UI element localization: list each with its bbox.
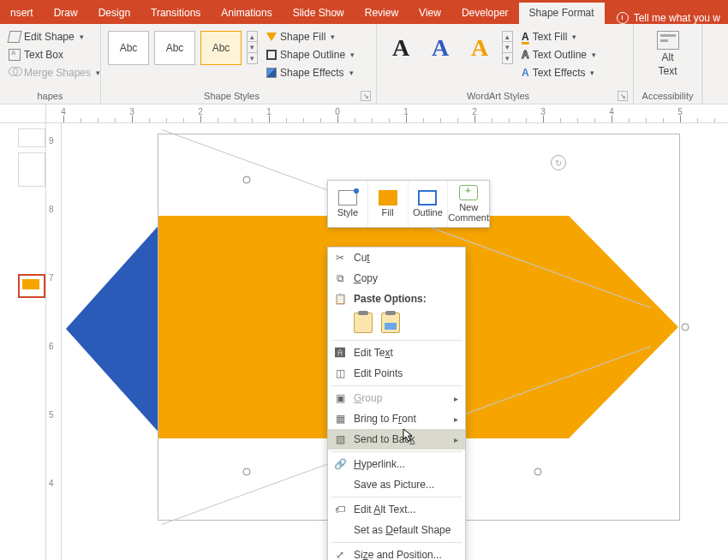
shape-styles-gallery[interactable]: Abc Abc Abc ▴ ▾ ▾ (106, 27, 260, 65)
ctx-edit-points[interactable]: ◫ Edit Points (328, 363, 465, 384)
tab-developer[interactable]: Developer (451, 3, 519, 24)
submenu-arrow-icon: ▸ (454, 394, 458, 403)
ctx-hyperlink[interactable]: 🔗 Hyperlink... (328, 454, 465, 474)
ribbon-tabs: nsert Draw Design Transitions Animations… (0, 0, 728, 24)
selection-handle[interactable] (682, 324, 689, 331)
style-swatch[interactable]: Abc (154, 31, 195, 65)
alt-text-label2: Text (658, 65, 677, 77)
dialog-launcher-icon[interactable]: ↘ (361, 91, 371, 101)
merge-shapes-icon (9, 67, 21, 79)
slide-thumbnail[interactable] (18, 152, 45, 187)
style-icon (338, 190, 357, 206)
text-effects-icon: A (522, 67, 529, 79)
merge-shapes-label: Merge Shapes (24, 67, 91, 79)
group-icon: ▣ (333, 391, 347, 405)
text-box-label: Text Box (24, 49, 63, 61)
tab-view[interactable]: View (409, 3, 451, 24)
ribbon: Edit Shape ▾ Text Box Merge Shapes ▾ hap… (0, 24, 728, 104)
mini-outline-button[interactable]: Outline (408, 181, 448, 227)
tab-animations[interactable]: Animations (211, 3, 282, 24)
dialog-launcher-icon[interactable]: ↘ (618, 91, 628, 101)
shape-outline-label: Shape Outline (280, 49, 345, 61)
selection-handle[interactable] (534, 468, 542, 476)
text-fill-button[interactable]: A Text Fill ▾ (518, 29, 600, 45)
ctx-edit-text[interactable]: 🅰 Edit Text (328, 343, 465, 363)
gallery-down-icon[interactable]: ▾ (502, 42, 513, 53)
text-effects-button[interactable]: A Text Effects ▾ (518, 65, 600, 80)
selection-handle[interactable] (243, 176, 251, 184)
selection-handle[interactable] (243, 468, 251, 476)
wordart-swatch[interactable]: A (423, 31, 457, 65)
edit-text-icon: 🅰 (333, 346, 347, 360)
tell-me-search[interactable]: Tell me what you w (605, 12, 727, 24)
gallery-up-icon[interactable]: ▴ (502, 31, 513, 42)
submenu-arrow-icon: ▸ (454, 414, 458, 424)
chevron-down-icon: ▾ (349, 69, 354, 77)
chevron-down-icon: ▾ (592, 51, 596, 59)
ctx-size-and-position[interactable]: ⤢ Size and Position... (328, 545, 465, 560)
wordart-swatch[interactable]: A (462, 31, 497, 65)
chevron-down-icon: ▾ (96, 69, 100, 77)
size-position-icon: ⤢ (333, 548, 347, 560)
lightbulb-icon (617, 12, 629, 24)
slide-thumbnail-selected[interactable] (18, 274, 45, 298)
slide-thumbnails[interactable] (0, 123, 46, 560)
ctx-cut[interactable]: ✂ Cut (328, 247, 465, 268)
shape-fill-button[interactable]: Shape Fill ▾ (263, 29, 358, 45)
tab-slideshow[interactable]: Slide Show (283, 3, 355, 24)
rotate-handle[interactable]: ↻ (551, 155, 566, 170)
wordart-swatch[interactable]: A (384, 31, 418, 65)
gallery-down-icon[interactable]: ▾ (247, 42, 258, 53)
tab-review[interactable]: Review (355, 3, 409, 24)
tab-shape-format[interactable]: Shape Format (519, 3, 605, 24)
mini-new-comment-button[interactable]: New Comment (447, 181, 489, 227)
alt-text-button[interactable]: Alt Text (650, 27, 686, 80)
slide-thumbnail[interactable] (18, 128, 45, 147)
outline-icon (266, 50, 277, 60)
ctx-bring-to-front[interactable]: ▦ Bring to Front ▸ (328, 408, 465, 429)
mini-fill-button[interactable]: Fill (367, 181, 408, 227)
tab-draw[interactable]: Draw (44, 3, 88, 24)
ctx-set-default-shape[interactable]: Set as Default Shape (328, 520, 465, 540)
slide-surface[interactable]: ↻ Style Fill Outline (62, 123, 728, 560)
gallery-more-icon[interactable]: ▾ (247, 53, 258, 64)
chevron-down-icon: ▾ (590, 69, 594, 77)
tab-insert[interactable]: nsert (0, 3, 44, 24)
fill-icon (379, 190, 397, 206)
shape-effects-label: Shape Effects (280, 67, 344, 79)
group-label-insert-shapes: hapes (5, 89, 95, 104)
ribbon-overflow[interactable] (702, 24, 714, 104)
link-icon: 🔗 (333, 457, 347, 471)
tab-design[interactable]: Design (88, 3, 140, 24)
slide-canvas[interactable]: 987654 ↻ Style (46, 123, 728, 560)
paste-as-picture[interactable] (381, 313, 400, 333)
text-box-icon (9, 49, 21, 61)
paint-bucket-icon (266, 33, 277, 41)
gallery-more-icon[interactable]: ▾ (502, 53, 513, 64)
shape-outline-button[interactable]: Shape Outline ▾ (263, 47, 358, 63)
shape-effects-button[interactable]: Shape Effects ▾ (263, 65, 358, 80)
gallery-scroll[interactable]: ▴ ▾ ▾ (247, 31, 258, 64)
text-box-button[interactable]: Text Box (5, 47, 104, 63)
text-outline-button[interactable]: A Text Outline ▾ (518, 47, 600, 63)
style-swatch[interactable]: Abc (200, 31, 242, 65)
ctx-save-as-picture[interactable]: Save as Picture... (328, 474, 465, 495)
vertical-ruler: 987654 (46, 123, 62, 560)
wordart-gallery[interactable]: A A A ▴ ▾ ▾ (382, 27, 515, 65)
ctx-copy[interactable]: ⧉ Copy (328, 268, 465, 289)
chevron-down-icon: ▾ (80, 33, 84, 41)
text-effects-label: Text Effects (533, 67, 586, 79)
blue-triangle-shape[interactable] (66, 222, 162, 436)
gallery-scroll[interactable]: ▴ ▾ ▾ (502, 31, 513, 64)
ctx-edit-alt-text[interactable]: 🏷 Edit Alt Text... (328, 499, 465, 520)
ctx-send-to-back[interactable]: ▧ Send to Back ▸ (328, 429, 465, 450)
blank-icon (333, 478, 347, 491)
mini-style-button[interactable]: Style (328, 181, 367, 227)
text-outline-icon: A (522, 49, 529, 61)
group-label-wordart-styles: WordArt Styles ↘ (382, 89, 628, 104)
gallery-up-icon[interactable]: ▴ (247, 31, 258, 42)
tab-transitions[interactable]: Transitions (140, 3, 211, 24)
edit-shape-button[interactable]: Edit Shape ▾ (5, 29, 104, 45)
style-swatch[interactable]: Abc (108, 31, 149, 65)
paste-keep-formatting[interactable] (354, 313, 373, 333)
